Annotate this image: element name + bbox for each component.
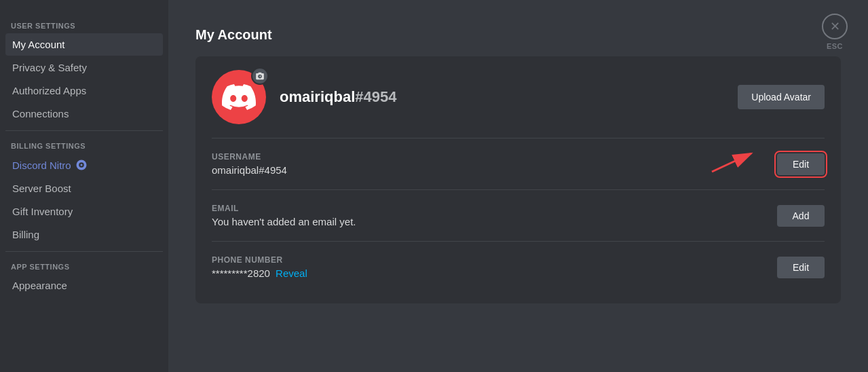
username-edit-button[interactable]: Edit — [777, 153, 825, 175]
email-row: EMAIL You haven't added an email yet. Ad… — [212, 193, 825, 238]
phone-value: *********2820 Reveal — [212, 267, 777, 279]
phone-info-content: PHONE NUMBER *********2820 Reveal — [212, 255, 777, 279]
sidebar-item-server-boost[interactable]: Server Boost — [5, 177, 163, 200]
main-content: My Account omair — [168, 0, 868, 372]
sidebar-item-label-authorized-apps: Authorized Apps — [12, 85, 86, 96]
divider-username — [212, 138, 825, 138]
discord-logo-icon — [222, 80, 256, 114]
phone-edit-button[interactable]: Edit — [777, 257, 825, 278]
sidebar: USER SETTINGS My Account Privacy & Safet… — [0, 0, 168, 372]
avatar-edit-badge[interactable] — [251, 67, 269, 85]
username-info-content: USERNAME omairiqbal#4954 — [212, 152, 777, 176]
username-text: omairiqbal — [280, 88, 355, 105]
divider-phone — [212, 241, 825, 242]
sidebar-item-appearance[interactable]: Appearance — [5, 274, 163, 297]
sidebar-item-discord-nitro[interactable]: Discord Nitro — [5, 153, 163, 176]
username-value: omairiqbal#4954 — [212, 164, 777, 176]
sidebar-item-label-gift-inventory: Gift Inventory — [12, 206, 73, 217]
sidebar-item-label-server-boost: Server Boost — [12, 183, 71, 194]
phone-label: PHONE NUMBER — [212, 255, 777, 265]
sidebar-item-label-connections: Connections — [12, 108, 69, 119]
esc-button[interactable]: ✕ ESC — [822, 14, 848, 50]
sidebar-item-connections[interactable]: Connections — [5, 103, 163, 125]
email-label: EMAIL — [212, 204, 777, 213]
username-row: USERNAME omairiqbal#4954 Edit — [212, 141, 825, 187]
nitro-icon — [75, 159, 88, 171]
username-display: omairiqbal#4954 — [280, 88, 396, 106]
divider-email — [212, 189, 825, 190]
page-title: My Account — [195, 27, 841, 43]
sidebar-divider-1 — [5, 130, 163, 131]
sidebar-item-billing[interactable]: Billing — [5, 223, 163, 246]
email-info-content: EMAIL You haven't added an email yet. — [212, 204, 777, 227]
esc-label: ESC — [827, 42, 843, 50]
profile-card: omairiqbal#4954 Upload Avatar USERNAME o… — [195, 56, 841, 303]
phone-reveal-link[interactable]: Reveal — [276, 267, 307, 279]
profile-header: omairiqbal#4954 Upload Avatar — [212, 70, 825, 124]
sidebar-item-label-billing: Billing — [12, 229, 39, 240]
user-settings-section-label: USER SETTINGS — [5, 16, 163, 33]
sidebar-item-label-discord-nitro: Discord Nitro — [12, 160, 71, 171]
phone-masked-value: *********2820 — [212, 267, 270, 279]
camera-plus-icon — [255, 71, 265, 81]
phone-row: PHONE NUMBER *********2820 Reveal Edit — [212, 244, 825, 290]
sidebar-item-label-my-account: My Account — [12, 39, 65, 50]
svg-point-2 — [80, 164, 82, 166]
sidebar-item-authorized-apps[interactable]: Authorized Apps — [5, 79, 163, 102]
sidebar-item-privacy-safety[interactable]: Privacy & Safety — [5, 56, 163, 79]
email-value: You haven't added an email yet. — [212, 216, 777, 227]
sidebar-item-gift-inventory[interactable]: Gift Inventory — [5, 200, 163, 223]
sidebar-item-label-privacy-safety: Privacy & Safety — [12, 62, 87, 73]
esc-circle-icon: ✕ — [822, 14, 848, 39]
discriminator-text: #4954 — [355, 88, 396, 105]
billing-settings-section-label: BILLING SETTINGS — [5, 136, 163, 153]
upload-avatar-button[interactable]: Upload Avatar — [738, 85, 825, 109]
username-label: USERNAME — [212, 152, 777, 162]
sidebar-item-label-appearance: Appearance — [12, 280, 67, 291]
app-settings-section-label: APP SETTINGS — [5, 257, 163, 274]
sidebar-item-my-account[interactable]: My Account — [5, 33, 163, 56]
sidebar-divider-2 — [5, 251, 163, 252]
avatar-container — [212, 70, 266, 124]
email-add-button[interactable]: Add — [777, 205, 825, 227]
